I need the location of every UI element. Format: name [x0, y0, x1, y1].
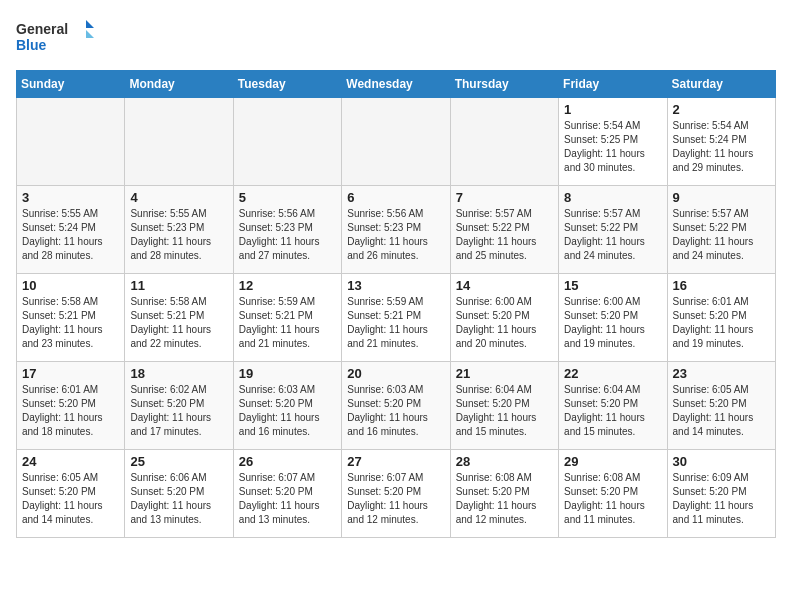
day-info: Sunrise: 6:05 AM Sunset: 5:20 PM Dayligh… — [22, 471, 119, 527]
day-number: 1 — [564, 102, 661, 117]
day-cell: 20Sunrise: 6:03 AM Sunset: 5:20 PM Dayli… — [342, 362, 450, 450]
day-info: Sunrise: 6:00 AM Sunset: 5:20 PM Dayligh… — [456, 295, 553, 351]
day-cell: 2Sunrise: 5:54 AM Sunset: 5:24 PM Daylig… — [667, 98, 775, 186]
header-thursday: Thursday — [450, 71, 558, 98]
day-cell — [233, 98, 341, 186]
day-number: 19 — [239, 366, 336, 381]
day-cell: 12Sunrise: 5:59 AM Sunset: 5:21 PM Dayli… — [233, 274, 341, 362]
day-number: 27 — [347, 454, 444, 469]
day-info: Sunrise: 5:57 AM Sunset: 5:22 PM Dayligh… — [673, 207, 770, 263]
day-info: Sunrise: 5:56 AM Sunset: 5:23 PM Dayligh… — [347, 207, 444, 263]
day-info: Sunrise: 5:55 AM Sunset: 5:23 PM Dayligh… — [130, 207, 227, 263]
day-cell: 16Sunrise: 6:01 AM Sunset: 5:20 PM Dayli… — [667, 274, 775, 362]
day-cell: 29Sunrise: 6:08 AM Sunset: 5:20 PM Dayli… — [559, 450, 667, 538]
week-row-0: 1Sunrise: 5:54 AM Sunset: 5:25 PM Daylig… — [17, 98, 776, 186]
day-number: 21 — [456, 366, 553, 381]
day-info: Sunrise: 6:08 AM Sunset: 5:20 PM Dayligh… — [564, 471, 661, 527]
day-info: Sunrise: 6:00 AM Sunset: 5:20 PM Dayligh… — [564, 295, 661, 351]
day-number: 15 — [564, 278, 661, 293]
day-cell — [125, 98, 233, 186]
day-cell: 6Sunrise: 5:56 AM Sunset: 5:23 PM Daylig… — [342, 186, 450, 274]
day-number: 26 — [239, 454, 336, 469]
header-row: SundayMondayTuesdayWednesdayThursdayFrid… — [17, 71, 776, 98]
day-cell: 13Sunrise: 5:59 AM Sunset: 5:21 PM Dayli… — [342, 274, 450, 362]
day-number: 30 — [673, 454, 770, 469]
header-monday: Monday — [125, 71, 233, 98]
day-number: 2 — [673, 102, 770, 117]
header-friday: Friday — [559, 71, 667, 98]
day-cell: 21Sunrise: 6:04 AM Sunset: 5:20 PM Dayli… — [450, 362, 558, 450]
day-cell: 27Sunrise: 6:07 AM Sunset: 5:20 PM Dayli… — [342, 450, 450, 538]
week-row-3: 17Sunrise: 6:01 AM Sunset: 5:20 PM Dayli… — [17, 362, 776, 450]
day-cell: 8Sunrise: 5:57 AM Sunset: 5:22 PM Daylig… — [559, 186, 667, 274]
day-cell: 11Sunrise: 5:58 AM Sunset: 5:21 PM Dayli… — [125, 274, 233, 362]
day-number: 11 — [130, 278, 227, 293]
day-cell: 24Sunrise: 6:05 AM Sunset: 5:20 PM Dayli… — [17, 450, 125, 538]
day-info: Sunrise: 5:54 AM Sunset: 5:24 PM Dayligh… — [673, 119, 770, 175]
day-info: Sunrise: 6:07 AM Sunset: 5:20 PM Dayligh… — [239, 471, 336, 527]
svg-text:Blue: Blue — [16, 37, 47, 53]
logo: General Blue — [16, 16, 96, 58]
svg-marker-3 — [86, 30, 94, 38]
day-cell: 28Sunrise: 6:08 AM Sunset: 5:20 PM Dayli… — [450, 450, 558, 538]
day-cell — [342, 98, 450, 186]
day-number: 3 — [22, 190, 119, 205]
day-cell: 26Sunrise: 6:07 AM Sunset: 5:20 PM Dayli… — [233, 450, 341, 538]
day-cell: 5Sunrise: 5:56 AM Sunset: 5:23 PM Daylig… — [233, 186, 341, 274]
day-number: 6 — [347, 190, 444, 205]
day-cell: 15Sunrise: 6:00 AM Sunset: 5:20 PM Dayli… — [559, 274, 667, 362]
day-info: Sunrise: 5:55 AM Sunset: 5:24 PM Dayligh… — [22, 207, 119, 263]
svg-text:General: General — [16, 21, 68, 37]
day-number: 9 — [673, 190, 770, 205]
day-info: Sunrise: 6:02 AM Sunset: 5:20 PM Dayligh… — [130, 383, 227, 439]
day-number: 13 — [347, 278, 444, 293]
day-cell: 17Sunrise: 6:01 AM Sunset: 5:20 PM Dayli… — [17, 362, 125, 450]
week-row-2: 10Sunrise: 5:58 AM Sunset: 5:21 PM Dayli… — [17, 274, 776, 362]
day-cell: 23Sunrise: 6:05 AM Sunset: 5:20 PM Dayli… — [667, 362, 775, 450]
day-cell: 30Sunrise: 6:09 AM Sunset: 5:20 PM Dayli… — [667, 450, 775, 538]
day-cell: 9Sunrise: 5:57 AM Sunset: 5:22 PM Daylig… — [667, 186, 775, 274]
day-cell: 10Sunrise: 5:58 AM Sunset: 5:21 PM Dayli… — [17, 274, 125, 362]
day-cell — [450, 98, 558, 186]
day-info: Sunrise: 5:56 AM Sunset: 5:23 PM Dayligh… — [239, 207, 336, 263]
day-info: Sunrise: 6:09 AM Sunset: 5:20 PM Dayligh… — [673, 471, 770, 527]
day-info: Sunrise: 6:07 AM Sunset: 5:20 PM Dayligh… — [347, 471, 444, 527]
day-info: Sunrise: 5:58 AM Sunset: 5:21 PM Dayligh… — [130, 295, 227, 351]
day-cell: 14Sunrise: 6:00 AM Sunset: 5:20 PM Dayli… — [450, 274, 558, 362]
header-tuesday: Tuesday — [233, 71, 341, 98]
logo-svg: General Blue — [16, 16, 96, 58]
day-cell: 1Sunrise: 5:54 AM Sunset: 5:25 PM Daylig… — [559, 98, 667, 186]
calendar-table: SundayMondayTuesdayWednesdayThursdayFrid… — [16, 70, 776, 538]
day-number: 25 — [130, 454, 227, 469]
day-cell: 22Sunrise: 6:04 AM Sunset: 5:20 PM Dayli… — [559, 362, 667, 450]
day-info: Sunrise: 6:06 AM Sunset: 5:20 PM Dayligh… — [130, 471, 227, 527]
week-row-4: 24Sunrise: 6:05 AM Sunset: 5:20 PM Dayli… — [17, 450, 776, 538]
page-header: General Blue — [16, 16, 776, 58]
header-sunday: Sunday — [17, 71, 125, 98]
day-number: 24 — [22, 454, 119, 469]
day-number: 20 — [347, 366, 444, 381]
day-cell: 18Sunrise: 6:02 AM Sunset: 5:20 PM Dayli… — [125, 362, 233, 450]
day-info: Sunrise: 6:03 AM Sunset: 5:20 PM Dayligh… — [239, 383, 336, 439]
day-cell: 7Sunrise: 5:57 AM Sunset: 5:22 PM Daylig… — [450, 186, 558, 274]
day-number: 16 — [673, 278, 770, 293]
day-cell: 25Sunrise: 6:06 AM Sunset: 5:20 PM Dayli… — [125, 450, 233, 538]
day-cell: 19Sunrise: 6:03 AM Sunset: 5:20 PM Dayli… — [233, 362, 341, 450]
day-info: Sunrise: 6:03 AM Sunset: 5:20 PM Dayligh… — [347, 383, 444, 439]
day-number: 22 — [564, 366, 661, 381]
day-info: Sunrise: 5:57 AM Sunset: 5:22 PM Dayligh… — [564, 207, 661, 263]
day-number: 10 — [22, 278, 119, 293]
day-number: 28 — [456, 454, 553, 469]
day-cell: 3Sunrise: 5:55 AM Sunset: 5:24 PM Daylig… — [17, 186, 125, 274]
calendar-body: 1Sunrise: 5:54 AM Sunset: 5:25 PM Daylig… — [17, 98, 776, 538]
day-info: Sunrise: 6:05 AM Sunset: 5:20 PM Dayligh… — [673, 383, 770, 439]
day-info: Sunrise: 6:04 AM Sunset: 5:20 PM Dayligh… — [456, 383, 553, 439]
day-number: 5 — [239, 190, 336, 205]
day-info: Sunrise: 5:59 AM Sunset: 5:21 PM Dayligh… — [239, 295, 336, 351]
day-info: Sunrise: 5:58 AM Sunset: 5:21 PM Dayligh… — [22, 295, 119, 351]
day-cell — [17, 98, 125, 186]
calendar-header: SundayMondayTuesdayWednesdayThursdayFrid… — [17, 71, 776, 98]
day-info: Sunrise: 5:57 AM Sunset: 5:22 PM Dayligh… — [456, 207, 553, 263]
day-info: Sunrise: 6:01 AM Sunset: 5:20 PM Dayligh… — [22, 383, 119, 439]
day-number: 23 — [673, 366, 770, 381]
